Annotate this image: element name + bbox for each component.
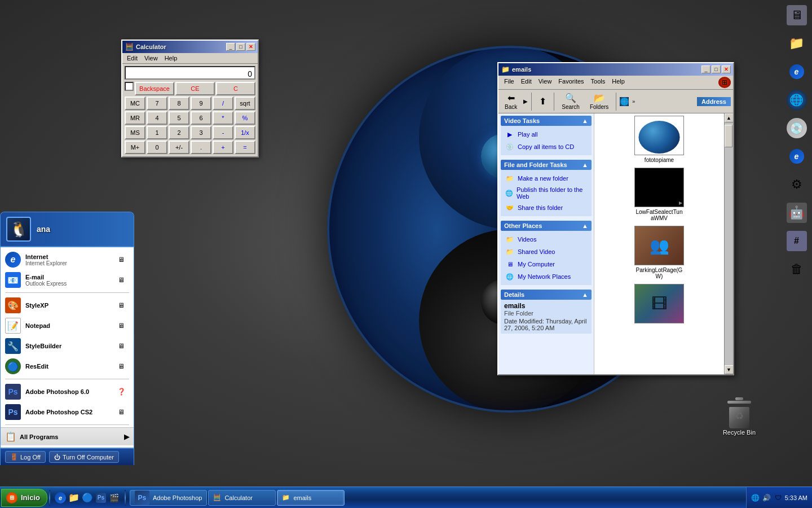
file-item-parkinglot[interactable]: 👥 ParkingLotRage(GW) [597,226,722,279]
explorer-maximize-btn[interactable]: □ [712,65,721,73]
calc-btn-div[interactable]: / [213,97,233,110]
calc-btn-dot[interactable]: . [191,141,211,154]
recycle-bin[interactable]: ♻ Recycle Bin [723,397,756,436]
knight-desktop-icon[interactable]: 🤖 [784,200,810,226]
copy-items-link[interactable]: 💿 Copy all items to CD [504,141,588,153]
calc-btn-posneg[interactable]: +/- [169,141,189,154]
start-menu-item-notepad[interactable]: 📝 Notepad 🖥 [1,316,134,336]
explorer-close-btn[interactable]: ✕ [722,65,731,73]
calc-btn-4[interactable]: 4 [147,111,167,125]
taskbar-app-calculator[interactable]: 🧮 Calculator [208,490,276,506]
up-button[interactable]: ⬆ [535,94,550,108]
search-button[interactable]: 🔍 Search [558,91,584,112]
forward-button[interactable]: ▶ [523,98,528,104]
video-tasks-header[interactable]: Video Tasks ▲ [501,116,592,126]
quick-film-icon[interactable]: 🎬 [108,492,121,504]
explorer-menu-edit[interactable]: Edit [518,77,535,88]
calc-desktop-icon-2[interactable]: # [784,228,810,254]
calc-btn-mplus[interactable]: M+ [125,141,145,154]
calc-menu-view[interactable]: View [141,54,161,63]
calc-btn-5[interactable]: 5 [169,111,189,125]
calc-menu-edit[interactable]: Edit [123,54,141,63]
calc-btn-mc[interactable]: MC [125,97,145,110]
start-menu-item-pscs2[interactable]: Ps Adobe Photoshop CS2 🖥 [1,402,134,422]
calc-btn-sub[interactable]: - [213,126,233,139]
explorer-menu-help[interactable]: Help [608,77,628,88]
scrollbar-track[interactable] [725,122,734,365]
new-folder-link[interactable]: 📁 Make a new folder [504,172,588,185]
scroll-up-btn[interactable]: ▲ [725,113,734,122]
ie-desktop-icon[interactable]: e [784,59,810,85]
calc-menu-help[interactable]: Help [161,54,181,63]
file-item-lowfat[interactable]: ▶ LowFatSealectTunaWMV [597,168,722,221]
calc-btn-8[interactable]: 8 [169,97,189,110]
explorer-menu-view[interactable]: View [535,77,555,88]
quick-app-icon[interactable]: 🔵 [81,492,94,504]
start-button[interactable]: ⊞ Inicio [1,489,47,507]
publish-folder-link[interactable]: 🌐 Publish this folder to the Web [504,185,588,202]
taskbar-app-photoshop[interactable]: Ps Adobe Photoshop [130,490,207,506]
file-folder-tasks-header[interactable]: File and Folder Tasks ▲ [501,160,592,170]
calc-btn-3[interactable]: 3 [191,126,211,139]
quick-ps-icon[interactable]: Ps [95,492,107,504]
other-places-header[interactable]: Other Places ▲ [501,221,592,231]
toolbar-more-btn[interactable]: » [631,98,636,106]
calc-btn-0[interactable]: 0 [147,141,167,154]
calc-btn-backspace[interactable]: Backspace [135,82,174,95]
quick-ie-icon[interactable]: e [54,492,67,504]
calc-maximize-btn[interactable]: □ [236,43,245,51]
explorer-menu-favorites[interactable]: Favorites [555,77,587,88]
start-menu-item-email[interactable]: 📧 E-mail Outlook Express 🖥 [1,270,134,290]
calc-btn-pct[interactable]: % [235,111,255,125]
address-label[interactable]: Address [697,97,731,106]
back-button[interactable]: ⬅ Back [501,91,521,112]
trash-desktop-icon[interactable]: 🗑 [784,256,810,282]
file-item-fototopiame[interactable]: fototopiame [597,116,722,163]
explorer-scrollbar[interactable]: ▲ ▼ [724,113,733,374]
calc-btn-9[interactable]: 9 [191,97,211,110]
start-menu-item-stylexp[interactable]: 🎨 StyleXP 🖥 [1,295,134,316]
shared-video-link[interactable]: 📁 Shared Video [504,246,588,258]
calc-btn-add[interactable]: + [213,141,233,154]
calc-close-btn[interactable]: ✕ [246,43,255,51]
scroll-down-btn[interactable]: ▼ [725,365,734,374]
start-menu-item-stylebuilder[interactable]: 🔧 StyleBuilder 🖥 [1,336,134,356]
explorer-menu-file[interactable]: File [501,77,518,88]
calc-btn-6[interactable]: 6 [191,111,211,125]
calc-btn-inv[interactable]: 1/x [235,126,255,139]
logout-button[interactable]: 🚪 Log Off [5,451,46,463]
quick-folder-icon[interactable]: 📁 [68,492,80,504]
taskbar-app-emails[interactable]: 📁 emails [277,490,345,506]
ie-desktop-icon-2[interactable]: e [784,143,810,169]
calc-checkbox[interactable] [125,82,134,91]
calc-btn-mul[interactable]: * [213,111,233,125]
calc-btn-2[interactable]: 2 [169,126,189,139]
start-menu-item-ps60[interactable]: Ps Adobe Photoshop 6.0 ❓ [1,382,134,402]
details-header[interactable]: Details ▲ [501,290,592,300]
scrollbar-thumb[interactable] [725,125,732,147]
my-network-link[interactable]: 🌐 My Network Places [504,270,588,283]
calc-btn-1[interactable]: 1 [147,126,167,139]
calc-minimize-btn[interactable]: _ [226,43,235,51]
folder-desktop-icon[interactable]: 📁 [784,30,810,56]
all-programs-item[interactable]: 📋 All Programs ▶ [1,427,134,445]
start-menu-item-ie[interactable]: e Internet Internet Explorer 🖥 [1,249,134,270]
play-all-link[interactable]: ▶ Play all [504,128,588,141]
folders-button[interactable]: 📂 Folders [586,91,612,112]
globe-desktop-icon[interactable]: 🌐 [784,87,810,113]
calc-btn-eq[interactable]: = [235,141,255,154]
calc-btn-c[interactable]: C [216,82,255,95]
my-computer-link[interactable]: 🖥 My Computer [504,258,588,270]
gear-desktop-icon[interactable]: ⚙ [784,172,810,198]
turnoff-button[interactable]: ⏻ Turn Off Computer [49,451,119,463]
share-folder-link[interactable]: 🤝 Share this folder [504,202,588,214]
cd-desktop-icon[interactable]: 💿 [784,115,810,141]
videos-link[interactable]: 📁 Videos [504,233,588,246]
calc-btn-sqrt[interactable]: sqrt [235,97,255,110]
calc-btn-mr[interactable]: MR [125,111,145,125]
explorer-minimize-btn[interactable]: _ [701,65,710,73]
calc-btn-ms[interactable]: MS [125,126,145,139]
calc-btn-ce[interactable]: CE [175,82,215,95]
file-item-filmstrip[interactable]: 🎞 [597,284,722,325]
start-menu-item-resedit[interactable]: 🔵 ResEdit 🖥 [1,356,134,376]
